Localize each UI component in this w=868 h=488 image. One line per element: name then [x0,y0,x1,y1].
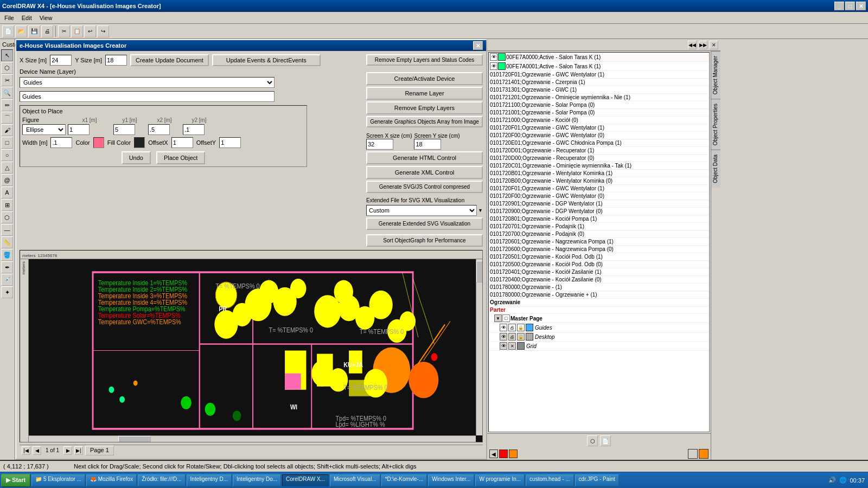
list-item[interactable]: 0101720B00;Ogrzewanie - Wentylator Komin… [489,177,709,185]
list-item[interactable]: 👁 00FE7A0000;Active - Salon Taras K (1) [489,53,709,62]
tool-outline[interactable]: ✒ [1,261,13,273]
first-page-btn[interactable]: |◀ [22,446,30,455]
scrollbar-v-thumb[interactable] [476,261,482,282]
toolbar-btn-1[interactable]: 📄 [2,25,14,37]
print-icon[interactable]: 🖨 [508,324,516,331]
tool-art[interactable]: 🖌 [1,124,13,136]
toolbar-btn-5[interactable]: ✂ [58,25,70,37]
rename-btn[interactable]: Rename Layer [366,87,483,100]
tool-zoom[interactable]: 🔍 [1,87,13,99]
list-item[interactable]: 0101780000;Ogrzewanie - (1) [489,284,709,291]
create-device-btn[interactable]: Create/Activate Device [366,72,483,85]
v-tab-object-properties[interactable]: Object Properties [711,99,720,150]
cross-icon-g[interactable]: ✕ [508,342,516,350]
place-object-btn[interactable]: Place Object [156,151,205,164]
list-item[interactable]: 0101720F01;Ogrzewanie - GWC Wentylator (… [489,71,709,79]
next-page-btn[interactable]: ▶ [63,446,72,455]
taskbar-inteligentny1[interactable]: Inteligentny D... [187,474,232,486]
sort-btn[interactable]: Sort ObjectGraph for Performance [366,234,483,247]
list-item[interactable]: 0101720D00;Ogrzewanie - Recuperator (0) [489,155,709,162]
list-item[interactable]: 0101720C01;Ogrzewanie - Ominięcie wymien… [489,162,709,170]
y1-input[interactable] [113,124,135,135]
print-icon-d[interactable]: 🖨 [508,333,516,341]
list-item-parter[interactable]: Parter [489,306,709,314]
scrollbar-v[interactable] [476,259,482,435]
toolbar-btn-8[interactable]: ↪ [97,25,109,37]
device-select[interactable]: Guides [20,77,275,88]
toolbar-btn-2[interactable]: 📂 [15,25,27,37]
list-item[interactable]: 0101720700;Ogrzewanie - Podajnik (0) [489,230,709,238]
tool-polygon[interactable]: △ [1,162,13,174]
tool-connector[interactable]: — [1,224,13,236]
list-item[interactable]: 0101720D01;Ogrzewanie - Recuperator (1) [489,147,709,155]
list-item[interactable]: 0101720500;Ogrzewanie - Kociół Pod. Odb … [489,261,709,268]
list-item[interactable]: 0101721201;Ogrzewanie - Ominięcie wymien… [489,94,709,101]
maximize-button[interactable]: □ [845,2,855,10]
list-item[interactable]: 0101720F00;Ogrzewanie - GWC Wentylator (… [489,132,709,139]
start-button[interactable]: ▶ Start [1,474,30,487]
rp-arrows-left[interactable]: ◀◀ [688,41,697,49]
remove-empty-btn[interactable]: Remove Empty Layers [366,101,483,114]
lock-icon[interactable]: 🔒 [517,324,525,331]
eye-icon[interactable]: 👁 [490,62,497,70]
tool-eyedrop[interactable]: 💉 [1,274,13,286]
tool-shape[interactable]: ⬡ [1,62,13,74]
tool-freehand[interactable]: ✏ [1,99,13,111]
list-item[interactable]: 0101721001;Ogrzewanie - Solar Pompa (0) [489,109,709,117]
create-update-btn[interactable]: Create Update Document [130,54,209,66]
toolbar-btn-4[interactable]: 🖨 [41,25,53,37]
menu-edit[interactable]: Edit [18,14,35,22]
update-events-btn[interactable]: Update Events & DirectEvents [212,54,321,66]
scrollbar-h-thumb[interactable] [118,436,151,442]
tool-select[interactable]: ↖ [1,49,13,61]
menu-file[interactable]: File [1,14,17,22]
gen-ext-btn[interactable]: Generate Extended SVG Visualization [366,217,483,230]
palette-arrow-left[interactable]: ◀ [489,450,498,458]
taskbar-dfile[interactable]: *D:\e-Komvle-... [381,474,427,486]
list-item[interactable]: 👁 00FE7A0001;Active - Salon Taras K (1) [489,62,709,71]
list-item[interactable]: 0101731301;Ogrzewanie - GWC (1) [489,86,709,94]
list-item[interactable]: 0101720B01;Ogrzewanie - Wentylator Komin… [489,170,709,177]
undo-btn[interactable]: Undo [122,151,151,164]
outline-color[interactable] [688,449,698,459]
list-item[interactable]: 0101720701;Ogrzewanie - Podajnik (1) [489,223,709,230]
lock-icon-d[interactable]: 🔒 [517,333,525,341]
palette-color-orange[interactable] [509,450,518,458]
list-item[interactable]: 0101780000;Ogrzewanie - Ogrzewanie + (1) [489,291,709,299]
close-button-main[interactable]: ✕ [856,2,866,10]
x1-input[interactable] [68,124,90,135]
taskbar-paint[interactable]: cdr.JPG - Paint [575,474,619,486]
om-btn-2[interactable]: 📄 [600,435,611,446]
taskbar-customhead[interactable]: custom.head - ... [526,474,573,486]
tool-rect[interactable]: □ [1,137,13,149]
gen-graphics-btn[interactable]: Generate Graphics Objects Array from Ima… [366,116,483,127]
minimize-button[interactable]: _ [834,2,844,10]
taskbar-explorer[interactable]: 📁 5 Eksplorator ... [31,474,85,486]
object-manager-list[interactable]: 👁 00FE7A0000;Active - Salon Taras K (1) … [488,52,710,432]
taskbar-windows-inter[interactable]: Windows Inter... [428,474,474,486]
plugin-close-btn[interactable]: ✕ [473,41,483,50]
v-tab-object-manager[interactable]: Object Manager [711,51,720,99]
last-page-btn[interactable]: ▶| [74,446,83,455]
list-item[interactable]: 0101720E01;Ogrzewanie - GWC Chłodnica Po… [489,139,709,147]
tool-fill[interactable]: 🪣 [1,249,13,261]
list-item-master[interactable]: ▼ □ Master Page [489,314,709,323]
fill-color-swatch[interactable] [134,137,145,148]
menu-view[interactable]: View [36,14,56,22]
eye-icon[interactable]: 👁 [500,324,507,331]
tool-crop[interactable]: ✂ [1,74,13,86]
figure-select[interactable]: Ellipse [22,124,66,135]
list-item[interactable]: 0101720F00;Ogrzewanie - GWC Wentylator (… [489,192,709,200]
taskbar-inteligentny2[interactable]: Inteligentny Do... [233,474,281,486]
prev-page-btn[interactable]: ◀ [33,446,41,455]
y2-input[interactable] [183,124,205,135]
tool-3d[interactable]: ⬡ [1,211,13,223]
taskbar-firefox[interactable]: 🦊 Mozilla Firefox [86,474,137,486]
list-item-guides[interactable]: 👁 🖨 🔒 Guides [489,323,709,332]
toolbar-btn-7[interactable]: ↩ [84,25,96,37]
palette-color-red[interactable] [499,450,508,458]
taskbar-program[interactable]: W programie In... [475,474,525,486]
tool-ellipse[interactable]: ○ [1,149,13,161]
list-item-ogrzewanie[interactable]: Ogrzewanie [489,299,709,306]
screen-x-input[interactable] [366,139,393,150]
